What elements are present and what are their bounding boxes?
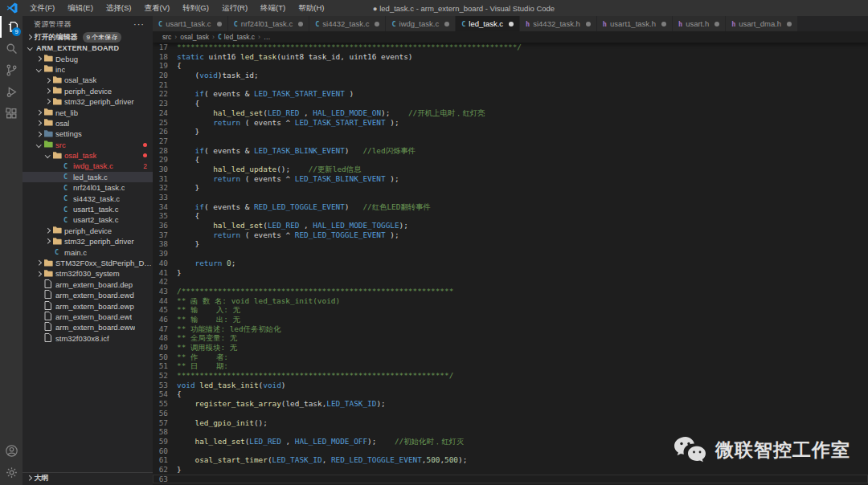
settings-gear-icon[interactable] (0, 462, 23, 483)
tab-usart1_task.h[interactable]: husart1_task.h (597, 16, 673, 31)
code-line-42[interactable]: 42 (153, 277, 868, 287)
source-control-icon[interactable] (0, 59, 23, 81)
menu-终端[interactable]: 终端(T) (254, 0, 292, 16)
tree-item-periph_device[interactable]: periph_device (23, 226, 153, 236)
code-line-36[interactable]: 36 hal_led_set(LED_RED , HAL_LED_MODE_TO… (153, 221, 868, 230)
tree-item-arm_extern_board.ewd[interactable]: arm_extern_board.ewd (23, 290, 153, 300)
code-line-37[interactable]: 37 return ( events ^ RED_LED_TOGGLE_EVEN… (153, 230, 868, 240)
tree-item-stm32f030_system[interactable]: stm32f030_system (23, 268, 153, 279)
code-line-53[interactable]: 53void led_task_init(void) (153, 381, 868, 390)
explorer-icon[interactable]: 9 (0, 16, 23, 38)
code-line-18[interactable]: 18static uint16 led_task(uint8 task_id, … (153, 52, 868, 62)
modified-dot-icon[interactable] (444, 22, 449, 26)
tree-item-stm32_periph_driver[interactable]: stm32_periph_driver (23, 96, 153, 107)
menu-帮助[interactable]: 帮助(H) (292, 0, 330, 16)
tree-item-osal_task[interactable]: osal_task (23, 75, 153, 85)
tree-item-debug[interactable]: Debug (23, 53, 153, 63)
code-line-50[interactable]: 50** 作 者: (153, 353, 868, 362)
tab-usart.h[interactable]: husart.h (673, 16, 726, 31)
tree-item-arm_extern_board.ewp[interactable]: arm_extern_board.ewp (23, 300, 153, 311)
menu-查看[interactable]: 查看(V) (137, 0, 176, 16)
code-line-28[interactable]: 28 if( events & LED_TASK_BLINK_EVENT) //… (153, 146, 868, 156)
code-line-62[interactable]: 62} (153, 465, 868, 475)
code-line-43[interactable]: 43/*************************************… (153, 287, 868, 296)
tree-item-led_task.c[interactable]: Cled_task.c (23, 172, 153, 182)
breadcrumb-item-…[interactable]: … (264, 33, 271, 41)
code-line-51[interactable]: 51** 日 期: (153, 361, 868, 371)
menu-选择[interactable]: 选择(S) (100, 0, 138, 16)
code-line-44[interactable]: 44** 函 数 名: void led_task_init(void) (153, 296, 868, 306)
menu-编辑[interactable]: 编辑(E) (61, 0, 100, 16)
code-line-55[interactable]: 55 register_task_array(led_task,LED_TASK… (153, 399, 868, 409)
code-line-31[interactable]: 31 return ( events ^ LED_TASK_BLINK_EVEN… (153, 174, 868, 184)
tab-iwdg_task.c[interactable]: Ciwdg_task.c (386, 16, 456, 31)
code-line-56[interactable]: 56 (153, 409, 868, 418)
modified-dot-icon[interactable] (661, 22, 666, 26)
modified-dot-icon[interactable] (298, 22, 303, 26)
tree-item-stm32f030x8.icf[interactable]: stm32f030x8.icf (23, 333, 153, 344)
search-icon[interactable] (0, 38, 23, 59)
code-line-24[interactable]: 24 hal_led_set(LED_RED , HAL_LED_MODE_ON… (153, 108, 868, 118)
code-line-19[interactable]: 19{ (153, 61, 868, 71)
code-line-45[interactable]: 45** 输 入: 无 (153, 305, 868, 315)
code-line-29[interactable]: 29 { (153, 155, 868, 165)
tree-item-stm32_periph_driver[interactable]: stm32_periph_driver (23, 236, 153, 247)
tree-item-osal_task[interactable]: osal_task (23, 150, 153, 161)
code-line-40[interactable]: 40 return 0; (153, 259, 868, 268)
code-line-22[interactable]: 22 if( events & LED_TASK_START_EVENT ) (153, 89, 868, 99)
code-line-57[interactable]: 57 led_gpio_init(); (153, 418, 868, 428)
code-line-32[interactable]: 32 } (153, 183, 868, 193)
breadcrumb-item-led_task.c[interactable]: Cled_task.c (218, 33, 255, 41)
code-line-26[interactable]: 26 } (153, 127, 868, 137)
tree-item-usart1_task.c[interactable]: Cusart1_task.c (23, 204, 153, 214)
tab-led_task.c[interactable]: Cled_task.c (456, 16, 520, 31)
tree-item-src[interactable]: src (23, 140, 153, 150)
account-icon[interactable] (0, 440, 23, 462)
tab-si4432_task.c[interactable]: Csi4432_task.c (309, 16, 386, 31)
code-line-21[interactable]: 21 (153, 80, 868, 90)
modified-dot-icon[interactable] (714, 22, 719, 26)
code-line-30[interactable]: 30 hal_led_update(); //更新led信息 (153, 165, 868, 174)
code-line-48[interactable]: 48** 全局变量: 无 (153, 333, 868, 343)
code-line-23[interactable]: 23 { (153, 99, 868, 108)
tree-item-net_lib[interactable]: net_lib (23, 107, 153, 117)
more-actions-icon[interactable]: ··· (133, 19, 145, 29)
code-editor[interactable]: 17**************************************… (153, 43, 868, 485)
code-line-39[interactable]: 39 (153, 249, 868, 259)
code-line-63[interactable]: 63 (153, 475, 868, 484)
tab-nrf24l01_task.c[interactable]: Cnrf24l01_task.c (228, 16, 310, 31)
code-line-54[interactable]: 54{ (153, 389, 868, 399)
code-line-38[interactable]: 38 } (153, 239, 868, 249)
breadcrumb-item-src[interactable]: src (162, 33, 171, 41)
tree-item-si4432_task.c[interactable]: Csi4432_task.c (23, 193, 153, 203)
tree-item-arm_extern_board.ewt[interactable]: arm_extern_board.ewt (23, 312, 153, 322)
tree-item-nrf24l01_task.c[interactable]: Cnrf24l01_task.c (23, 182, 153, 193)
tree-item-main.c[interactable]: Cmain.c (23, 247, 153, 257)
tree-item-periph_device[interactable]: periph_device (23, 86, 153, 96)
modified-dot-icon[interactable] (787, 22, 792, 26)
modified-dot-icon[interactable] (375, 22, 379, 26)
tree-item-settings[interactable]: settings (23, 128, 153, 139)
tab-usart1_task.c[interactable]: Cusart1_task.c (153, 16, 228, 31)
breadcrumb-item-osal_task[interactable]: osal_task (180, 33, 209, 41)
extensions-icon[interactable] (0, 103, 23, 124)
code-line-27[interactable]: 27 (153, 137, 868, 146)
run-debug-icon[interactable] (0, 81, 23, 103)
tree-item-arm_extern_board.dep[interactable]: arm_extern_board.dep (23, 279, 153, 290)
tree-item-iwdg_task.c[interactable]: Ciwdg_task.c2 (23, 161, 153, 171)
code-line-35[interactable]: 35 { (153, 211, 868, 221)
tree-item-arm_extern_board.eww[interactable]: arm_extern_board.eww (23, 322, 153, 332)
outline-section[interactable]: 大纲 (23, 472, 153, 483)
tree-item-osal[interactable]: osal (23, 118, 153, 128)
menu-运行[interactable]: 运行(R) (215, 0, 254, 16)
modified-dot-icon[interactable] (217, 22, 222, 26)
tab-si4432_task.h[interactable]: hsi4432_task.h (520, 16, 597, 31)
tree-item-inc[interactable]: inc (23, 64, 153, 75)
code-line-25[interactable]: 25 return ( events ^ LED_TASK_START_EVEN… (153, 118, 868, 128)
code-line-34[interactable]: 34 if( events & RED_LED_TOGGLE_EVENT) //… (153, 202, 868, 212)
code-line-47[interactable]: 47** 功能描述: led任务初始化 (153, 324, 868, 334)
menu-转到[interactable]: 转到(G) (176, 0, 215, 16)
code-line-33[interactable]: 33 (153, 193, 868, 202)
code-line-46[interactable]: 46** 输 出: 无 (153, 315, 868, 324)
tree-item-usart2_task.c[interactable]: Cusart2_task.c (23, 214, 153, 225)
